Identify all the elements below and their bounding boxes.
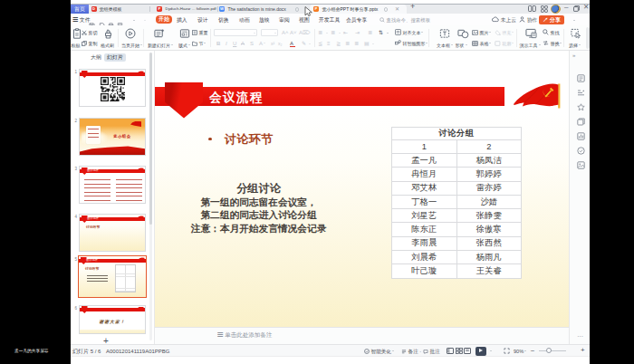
- home-tab[interactable]: 首页: [71, 5, 89, 14]
- find-button[interactable]: 查找: [543, 29, 559, 36]
- decrease-indent-icon[interactable]: ⇤: [343, 29, 348, 36]
- select-icon[interactable]: [571, 28, 581, 39]
- slide-bullet-text[interactable]: 讨论环节: [225, 131, 274, 148]
- menu-tab-animation[interactable]: 动画: [239, 16, 250, 24]
- highlight-pen-icon[interactable]: ✎: [302, 40, 306, 47]
- bullet-list-icon[interactable]: ≣: [318, 29, 322, 36]
- numbered-list-icon[interactable]: ≣: [331, 29, 335, 36]
- text-box-label[interactable]: 文本框: [437, 43, 453, 49]
- close-window-icon[interactable]: ✕: [583, 4, 589, 11]
- underline-style-button[interactable]: A: [259, 40, 265, 47]
- normal-view-icon[interactable]: [447, 348, 454, 356]
- smart-graphic-button[interactable]: 转智能图形: [395, 40, 427, 47]
- slide-body-text[interactable]: 分组讨论 第一组的同志留在会议室， 第二组的同志进入讨论分组 注意：本月开始发言…: [155, 182, 372, 235]
- file-menu[interactable]: ☰ 文件: [72, 16, 91, 24]
- section-button[interactable]: 节: [192, 40, 206, 47]
- user-avatar[interactable]: [551, 5, 561, 14]
- slide-thumbnail-5-selected[interactable]: 会议流程 讨论环节: [78, 255, 147, 298]
- font-size-select[interactable]: [261, 29, 278, 36]
- copy-button[interactable]: 复制: [82, 40, 97, 47]
- tab-docer-template[interactable]: D 党组类模板: [90, 5, 149, 14]
- strikethrough-button[interactable]: A: [241, 40, 245, 47]
- slide-sorter-view-icon[interactable]: [456, 348, 463, 356]
- format-painter-label[interactable]: 格式刷: [101, 43, 114, 49]
- redo-dropdown-caret[interactable]: [144, 20, 146, 22]
- tab-pdf-document[interactable]: P Dyduch-Hazar ... followin.pdf: [151, 5, 217, 14]
- tab-ppt-document-active[interactable]: P 党小组会PPT 时事分享.pptx ✕: [310, 5, 407, 14]
- align-center-icon[interactable]: ≡: [327, 40, 331, 47]
- menu-tab-slideshow[interactable]: 放映: [259, 16, 270, 24]
- slides-view-tab[interactable]: 幻灯片: [104, 53, 126, 62]
- zoom-slider-track[interactable]: [539, 350, 566, 351]
- tab-pin-icon[interactable]: [295, 7, 299, 11]
- menu-tab-member[interactable]: 会员专享: [346, 16, 367, 24]
- columns-icon[interactable]: ▤: [364, 40, 370, 47]
- picture-button[interactable]: 图片: [472, 29, 491, 36]
- reset-button[interactable]: 重置: [192, 29, 207, 36]
- cut-button[interactable]: 剪切: [82, 29, 97, 36]
- share-button[interactable]: ↗ 分享: [539, 15, 564, 24]
- increase-font-icon[interactable]: A˄: [282, 29, 289, 36]
- font-name-select[interactable]: [214, 29, 257, 36]
- multilevel-list-icon[interactable]: ≣: [368, 29, 372, 36]
- new-slide-icon[interactable]: [154, 28, 165, 39]
- select-label[interactable]: 选择: [569, 43, 581, 49]
- justify-icon[interactable]: ≣: [345, 40, 350, 47]
- line-spacing-icon[interactable]: ⇅: [379, 29, 383, 36]
- align-right-icon[interactable]: ≧: [336, 40, 341, 47]
- sidebar-more-icon[interactable]: ⋯: [577, 333, 584, 340]
- zoom-in-icon[interactable]: +: [581, 347, 585, 354]
- smart-beautify-button[interactable]: 智能美化: [364, 348, 394, 355]
- table-button[interactable]: 表格: [472, 40, 491, 47]
- clear-format-icon[interactable]: A⌦: [299, 29, 311, 36]
- chart-pane-icon[interactable]: [577, 132, 585, 140]
- comments-button[interactable]: 批注: [423, 348, 440, 355]
- cloud-status-button[interactable]: 未上云: [492, 16, 516, 24]
- zoom-out-icon[interactable]: –: [531, 347, 534, 354]
- presentation-tools-label[interactable]: 演示工具: [520, 43, 541, 49]
- zoom-slider-knob[interactable]: [546, 348, 552, 353]
- subscript-button[interactable]: x₂: [278, 40, 282, 47]
- layout-label[interactable]: 版式: [178, 43, 190, 49]
- layout-icon[interactable]: [179, 28, 190, 39]
- object-properties-icon[interactable]: [577, 74, 585, 82]
- fit-slide-icon[interactable]: [504, 348, 510, 356]
- new-slide-label[interactable]: 新建幻灯片: [148, 43, 173, 49]
- slide-thumbnail-1[interactable]: [79, 69, 146, 107]
- play-from-current-icon[interactable]: [125, 28, 136, 39]
- menu-tab-review[interactable]: 审阅: [279, 16, 290, 24]
- spell-check-icon[interactable]: [577, 147, 585, 155]
- panel-scrollbar-thumb[interactable]: [149, 53, 152, 225]
- notes-bar[interactable]: ☰ 单击此处添加备注: [155, 327, 569, 344]
- resource-pane-icon[interactable]: [577, 161, 585, 169]
- design-pane-icon[interactable]: [577, 103, 585, 111]
- more-options-icon[interactable]: [573, 20, 575, 22]
- distribute-icon[interactable]: ≣: [354, 40, 359, 47]
- menu-tab-transition[interactable]: 切换: [218, 16, 229, 24]
- discussion-groups-table[interactable]: 讨论分组 12 孟一凡杨凤洁 冉恒月郭婷婷 邓艾林雷亦婷 丁格一沙婧 刘星艺张静…: [391, 127, 522, 279]
- tab-sync-icon[interactable]: [384, 7, 388, 11]
- restore-window-icon[interactable]: [573, 5, 580, 14]
- ribbon-scrollbar[interactable]: [586, 27, 590, 49]
- menu-tab-devtools[interactable]: 开发工具: [319, 16, 340, 24]
- tab-close-icon[interactable]: ✕: [395, 5, 399, 14]
- superscript-button[interactable]: x²: [271, 40, 274, 47]
- align-text-button[interactable]: 对齐文本: [395, 29, 423, 36]
- underline-button[interactable]: U: [233, 40, 236, 47]
- outline-button[interactable]: 轮廓: [495, 40, 514, 47]
- slide-thumbnail-3[interactable]: 会议流程: [79, 166, 146, 204]
- menu-tab-home-active[interactable]: 开始: [156, 15, 172, 24]
- presentation-tools-icon[interactable]: [525, 28, 537, 39]
- play-slideshow-button[interactable]: [476, 347, 486, 356]
- workspace-grid-icon[interactable]: [541, 5, 548, 14]
- tab-word-document[interactable]: W The satisfaction is mine.docx: [218, 5, 302, 14]
- collapse-sidebar-icon[interactable]: »: [572, 53, 575, 58]
- text-box-icon[interactable]: [439, 28, 450, 39]
- slide-thumbnail-6[interactable]: 谢谢大家！: [79, 305, 146, 334]
- paste-icon[interactable]: [72, 28, 82, 39]
- animation-pane-icon[interactable]: [577, 89, 585, 97]
- split-view-icon[interactable]: [528, 5, 536, 14]
- format-painter-icon[interactable]: [103, 28, 113, 39]
- shapes-label[interactable]: 形状: [456, 43, 467, 49]
- align-left-icon[interactable]: ≦: [318, 40, 322, 47]
